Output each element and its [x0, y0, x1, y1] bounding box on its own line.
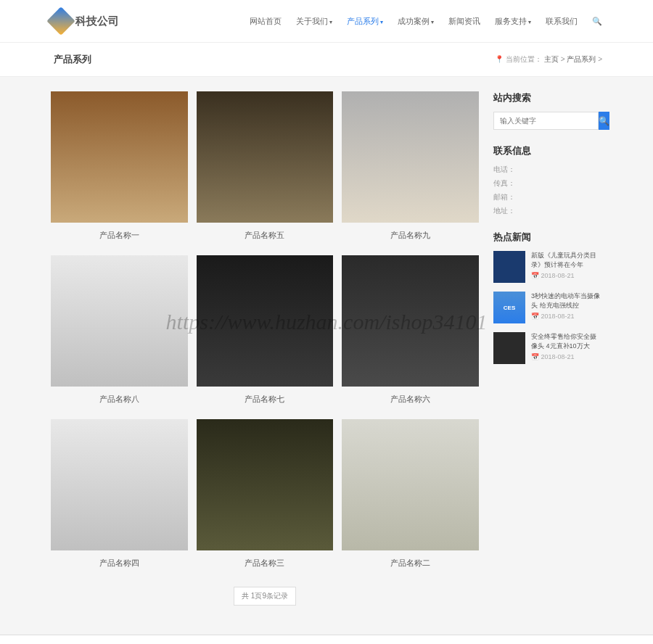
product-title: 产品名称七: [197, 394, 334, 405]
product-title: 产品名称九: [342, 230, 479, 241]
search-title: 站内搜索: [493, 91, 602, 104]
product-title: 产品名称二: [342, 558, 479, 569]
news-date: 📅 2018-08-21: [531, 272, 602, 279]
product-title: 产品名称三: [197, 558, 334, 569]
news-image: CES: [493, 292, 525, 323]
hotnews-title: 热点新闻: [493, 231, 602, 244]
nav-news[interactable]: 新闻资讯: [448, 16, 480, 27]
nav-cases[interactable]: 成功案例▾: [398, 16, 434, 27]
pagination-info: 共 1页9条记录: [234, 587, 296, 606]
product-image: [342, 419, 479, 550]
logo[interactable]: 科技公司: [51, 11, 119, 31]
news-image: [493, 332, 525, 364]
product-item[interactable]: 产品名称六: [342, 255, 479, 405]
product-content: 产品名称一产品名称五产品名称九产品名称八产品名称七产品名称六产品名称四产品名称三…: [51, 91, 479, 606]
news-list: 新版《儿童玩具分类目录》预计将在今年📅 2018-08-21CES3秒快速的电动…: [493, 251, 602, 364]
nav-contact[interactable]: 联系我们: [546, 16, 578, 27]
chevron-down-icon: ▾: [528, 19, 531, 25]
product-image: [342, 91, 479, 223]
news-image: [493, 251, 525, 283]
contact-fax: 传真：: [493, 178, 602, 189]
nav-products[interactable]: 产品系列▾: [347, 16, 383, 27]
search-input[interactable]: [493, 112, 599, 130]
product-item[interactable]: 产品名称四: [51, 419, 188, 569]
breadcrumb-bar: 产品系列 📍 当前位置： 主页 > 产品系列 >: [0, 42, 653, 77]
product-image: [51, 255, 188, 387]
news-date: 📅 2018-08-21: [531, 313, 602, 320]
product-image: [197, 255, 334, 387]
logo-icon: [46, 7, 75, 36]
chevron-down-icon: ▾: [380, 19, 383, 25]
nav-about[interactable]: 关于我们▾: [296, 16, 332, 27]
search-icon[interactable]: 🔍: [592, 17, 602, 26]
news-item[interactable]: 安全终零售给你安全摄像头 4元直补10万大📅 2018-08-21: [493, 332, 602, 364]
pagination: 共 1页9条记录: [51, 587, 479, 606]
breadcrumb-current[interactable]: 产品系列: [567, 55, 596, 63]
page-title: 产品系列: [54, 53, 91, 66]
contact-title: 联系信息: [493, 144, 602, 157]
product-item[interactable]: 产品名称三: [197, 419, 334, 569]
product-item[interactable]: 产品名称九: [342, 91, 479, 241]
header: 科技公司 网站首页 关于我们▾ 产品系列▾ 成功案例▾ 新闻资讯 服务支持▾ 联…: [0, 0, 653, 42]
breadcrumb: 📍 当前位置： 主页 > 产品系列 >: [495, 54, 602, 65]
product-image: [51, 91, 188, 223]
logo-text: 科技公司: [75, 15, 119, 28]
product-title: 产品名称八: [51, 394, 188, 405]
search-icon: 🔍: [599, 116, 609, 126]
product-title: 产品名称一: [51, 230, 188, 241]
news-title: 新版《儿童玩具分类目录》预计将在今年: [531, 251, 602, 269]
search-button[interactable]: 🔍: [599, 112, 609, 130]
nav-home[interactable]: 网站首页: [250, 16, 282, 27]
product-image: [197, 91, 334, 223]
product-item[interactable]: 产品名称二: [342, 419, 479, 569]
product-image: [342, 255, 479, 387]
product-image: [51, 419, 188, 550]
product-grid: 产品名称一产品名称五产品名称九产品名称八产品名称七产品名称六产品名称四产品名称三…: [51, 91, 479, 569]
news-item[interactable]: CES3秒快速的电动车当摄像头 给充电强线控📅 2018-08-21: [493, 292, 602, 323]
chevron-down-icon: ▾: [329, 19, 332, 25]
footer: 关于我们 某某科技创立于2002年，总部位于某某高新技术产业园；是以某某某某为主…: [0, 635, 653, 644]
product-item[interactable]: 产品名称七: [197, 255, 334, 405]
breadcrumb-home[interactable]: 主页: [544, 55, 559, 63]
news-title: 3秒快速的电动车当摄像头 给充电强线控: [531, 292, 602, 310]
product-title: 产品名称六: [342, 394, 479, 405]
contact-phone: 电话：: [493, 165, 602, 175]
news-item[interactable]: 新版《儿童玩具分类目录》预计将在今年📅 2018-08-21: [493, 251, 602, 283]
contact-address: 地址：: [493, 206, 602, 216]
product-image: [197, 419, 334, 550]
nav-service[interactable]: 服务支持▾: [495, 16, 531, 27]
news-title: 安全终零售给你安全摄像头 4元直补10万大: [531, 332, 602, 350]
contact-email: 邮箱：: [493, 192, 602, 202]
sidebar: 站内搜索 🔍 联系信息 电话： 传真： 邮箱： 地址： 热点新闻 新版《儿童玩具…: [493, 91, 602, 606]
product-title: 产品名称五: [197, 230, 334, 241]
main-nav: 网站首页 关于我们▾ 产品系列▾ 成功案例▾ 新闻资讯 服务支持▾ 联系我们 🔍: [250, 16, 602, 27]
product-item[interactable]: 产品名称八: [51, 255, 188, 405]
news-date: 📅 2018-08-21: [531, 353, 602, 360]
product-title: 产品名称四: [51, 558, 188, 569]
location-icon: 📍: [495, 55, 506, 63]
search-box: 🔍: [493, 112, 602, 130]
product-item[interactable]: 产品名称五: [197, 91, 334, 241]
chevron-down-icon: ▾: [431, 19, 434, 25]
product-item[interactable]: 产品名称一: [51, 91, 188, 241]
